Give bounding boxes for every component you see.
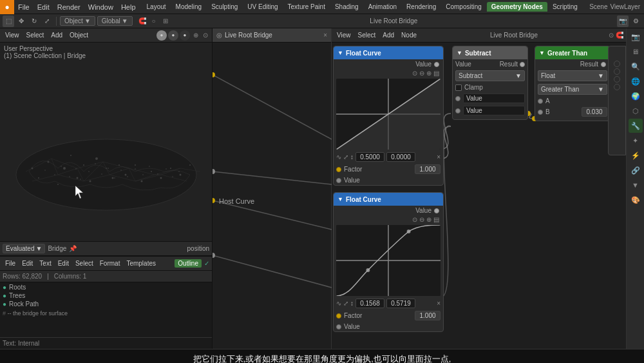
- props-icon-object[interactable]: ⬡: [629, 104, 643, 118]
- scale-icon[interactable]: ⤢: [41, 15, 53, 27]
- gt-operation-dropdown[interactable]: Greater Than ▼: [538, 84, 607, 95]
- ne-menu-node[interactable]: Node: [399, 31, 419, 39]
- rotate-icon[interactable]: ↻: [28, 15, 40, 27]
- prop-edit-icon[interactable]: ○: [149, 16, 159, 26]
- svg-point-18: [160, 177, 162, 179]
- props-icon-material[interactable]: 🎨: [629, 193, 643, 207]
- ne-menu-view[interactable]: View: [334, 31, 354, 39]
- sub-operation-dropdown[interactable]: Subtract ▼: [455, 70, 525, 81]
- fc2-ctrl-icon1[interactable]: ⊙: [412, 216, 417, 223]
- fc2-ctrl-icon2[interactable]: ⊖: [419, 216, 424, 223]
- gt-header[interactable]: ▼ Greater Than: [535, 46, 610, 59]
- tab-layout[interactable]: Layout: [142, 2, 171, 12]
- rendered-shading-icon[interactable]: ●: [180, 30, 190, 41]
- sub-a-value[interactable]: Value: [463, 93, 525, 103]
- props-icon-physics[interactable]: ⚡: [629, 148, 643, 162]
- tab-compositing[interactable]: Compositing: [441, 2, 486, 12]
- global-dropdown[interactable]: Global ▼: [97, 16, 133, 26]
- ne-view-icon[interactable]: ⊙: [609, 32, 614, 39]
- te-menu-file[interactable]: File: [3, 259, 18, 268]
- snap-icon[interactable]: 🧲: [137, 16, 147, 26]
- te-menu-edit2[interactable]: Edit: [55, 259, 71, 268]
- material-shading-icon[interactable]: ●: [168, 30, 178, 41]
- fc1-curve-icon2[interactable]: ⤢: [343, 153, 348, 161]
- tab-geometry-nodes[interactable]: Geometry Nodes: [487, 2, 547, 12]
- tab-scripting[interactable]: Scripting: [548, 2, 582, 12]
- tab-modeling[interactable]: Modeling: [171, 2, 207, 12]
- live-root-close[interactable]: ×: [323, 32, 327, 39]
- fc1-ctrl-icon1[interactable]: ⊙: [412, 70, 417, 77]
- fc2-curve-icon2[interactable]: ⤢: [343, 300, 348, 307]
- sub-clamp-checkbox[interactable]: [455, 84, 462, 91]
- fc2-curve-icon3[interactable]: ↕: [350, 300, 354, 307]
- solid-shading-icon[interactable]: ●: [156, 30, 167, 41]
- te-menu-select[interactable]: Select: [73, 259, 96, 268]
- ne-snap-icon[interactable]: 🧲: [616, 32, 623, 39]
- gt-type-dropdown[interactable]: Float ▼: [538, 70, 607, 81]
- overlay-icon[interactable]: ⊙: [202, 31, 209, 39]
- fc2-close-icon[interactable]: ×: [437, 300, 440, 307]
- gt-b-value[interactable]: 0.030: [582, 107, 607, 117]
- tab-uv-editing[interactable]: UV Editing: [243, 2, 282, 12]
- tab-animation[interactable]: Animation: [364, 2, 401, 12]
- gizmo-icon[interactable]: ⊕: [192, 31, 200, 39]
- props-icon-render[interactable]: 📷: [629, 30, 643, 44]
- menu-window[interactable]: Window: [84, 2, 117, 12]
- props-icon-scene[interactable]: 🌐: [629, 74, 643, 88]
- props-icon-output[interactable]: 🖥: [629, 44, 643, 59]
- menu-edit[interactable]: Edit: [33, 2, 53, 12]
- viewport-menu-select[interactable]: Select: [24, 31, 47, 39]
- fc1-ctrl-icon3[interactable]: ⊕: [426, 70, 431, 77]
- viewport-menu-add[interactable]: Add: [48, 31, 65, 39]
- menu-help[interactable]: Help: [117, 2, 140, 12]
- fc1-curve-icon1[interactable]: ∿: [336, 153, 341, 161]
- te-check-icon[interactable]: ✓: [204, 260, 209, 267]
- move-icon[interactable]: ✥: [15, 15, 27, 27]
- te-menu-edit[interactable]: Edit: [19, 259, 35, 268]
- select-icon[interactable]: ⬚: [3, 15, 14, 27]
- tab-rendering[interactable]: Rendering: [402, 2, 440, 12]
- modifier-pin-icon[interactable]: 📌: [69, 245, 77, 252]
- tab-shading[interactable]: Shading: [330, 2, 363, 12]
- fc2-factor-value[interactable]: 1.000: [415, 311, 440, 320]
- menu-render[interactable]: Render: [53, 2, 84, 12]
- mode-dropdown[interactable]: Object ▼: [60, 16, 95, 26]
- sub-b-value[interactable]: Value: [463, 106, 525, 115]
- viewport-menu-view[interactable]: View: [3, 31, 22, 39]
- fc2-curve-icon1[interactable]: ∿: [336, 300, 341, 307]
- ne-menu-select[interactable]: Select: [355, 31, 379, 39]
- tab-texture-paint[interactable]: Texture Paint: [283, 2, 330, 12]
- fc1-ctrl-icon4[interactable]: ▤: [433, 70, 439, 77]
- props-icon-data[interactable]: ▼: [629, 178, 643, 192]
- float-curve-1-header[interactable]: ▼ Float Curve: [334, 46, 443, 59]
- props-icon-modifier[interactable]: 🔧: [629, 119, 643, 133]
- eval-dropdown[interactable]: Evaluated▼: [3, 244, 45, 253]
- te-menu-format[interactable]: Format: [97, 259, 123, 268]
- transform-icon[interactable]: ⊞: [160, 16, 171, 26]
- viewport-menu-object[interactable]: Object: [67, 31, 91, 39]
- float-curve-2-header[interactable]: ▼ Float Curve: [334, 193, 443, 206]
- te-menu-templates[interactable]: Templates: [124, 259, 158, 268]
- render-icon[interactable]: 📷: [617, 15, 629, 27]
- te-outline-btn[interactable]: Outline: [175, 259, 202, 268]
- fc2-ctrl-icon4[interactable]: ▤: [433, 216, 439, 223]
- props-icon-world[interactable]: 🌍: [629, 89, 643, 103]
- fc2-y-value[interactable]: 0.5719: [386, 299, 415, 308]
- fc2-ctrl-icon3[interactable]: ⊕: [426, 216, 431, 223]
- menu-file[interactable]: File: [14, 2, 33, 12]
- subtract-header[interactable]: ▼ Subtract: [453, 46, 527, 59]
- fc1-ctrl-icon2[interactable]: ⊖: [419, 70, 424, 77]
- te-menu-text[interactable]: Text: [37, 259, 53, 268]
- fc1-close-icon[interactable]: ×: [437, 153, 440, 161]
- props-icon-particles[interactable]: ✦: [629, 133, 643, 148]
- fc1-factor-value[interactable]: 1.000: [415, 164, 440, 174]
- fc2-x-value[interactable]: 0.1568: [355, 299, 384, 308]
- ne-menu-add[interactable]: Add: [380, 31, 397, 39]
- fc1-x-value[interactable]: 0.5000: [355, 152, 384, 162]
- props-icon-view[interactable]: 🔍: [629, 59, 643, 74]
- settings-icon[interactable]: ⚙: [630, 15, 641, 27]
- tab-sculpting[interactable]: Sculpting: [207, 2, 242, 12]
- fc1-y-value[interactable]: 0.0000: [386, 152, 415, 162]
- props-icon-constraints[interactable]: 🔗: [629, 163, 643, 177]
- fc1-curve-icon3[interactable]: ↕: [350, 153, 354, 161]
